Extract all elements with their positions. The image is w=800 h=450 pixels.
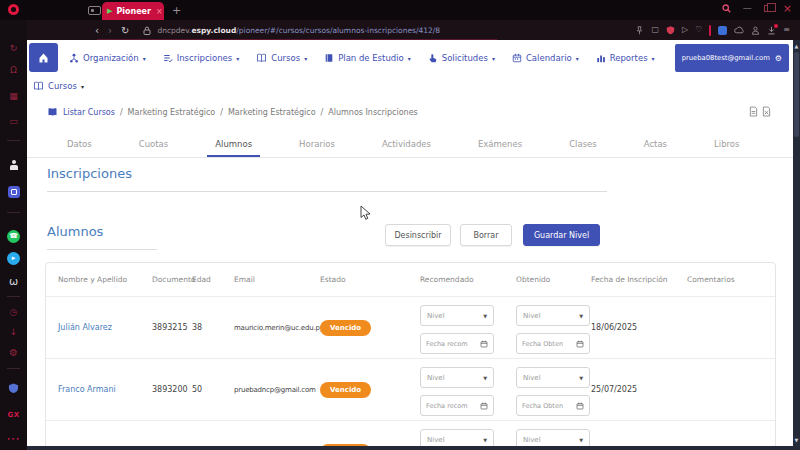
- chevron-down-icon: ▼: [579, 437, 583, 443]
- page-scrollbar[interactable]: ▲ ▼: [793, 40, 800, 446]
- nav-item-organizacion[interactable]: Organización▾: [69, 53, 146, 63]
- tab-actas[interactable]: Actas: [642, 131, 669, 157]
- fecha-recomendado-input[interactable]: Fecha recom: [420, 333, 494, 354]
- sidebar-downloads-icon[interactable]: ↓: [0, 328, 27, 337]
- nivel-recomendado-select[interactable]: Nivel▼: [420, 429, 494, 446]
- profile-icon[interactable]: [751, 26, 760, 35]
- screens-icon[interactable]: ▭: [0, 117, 27, 126]
- nivel-recomendado-select[interactable]: Nivel▼: [420, 367, 494, 388]
- guardar-nivel-button[interactable]: Guardar Nivel: [523, 224, 600, 246]
- tab-alumnos[interactable]: Alumnos: [213, 131, 254, 157]
- fecha-recomendado-input[interactable]: Fecha recom: [420, 395, 494, 416]
- new-tab-button[interactable]: +: [172, 4, 181, 17]
- section-divider: [47, 249, 157, 250]
- desinscribir-button[interactable]: Desinscribir: [385, 224, 451, 246]
- organization-icon: [69, 53, 79, 63]
- scroll-up-icon[interactable]: ▲: [793, 43, 800, 49]
- calendar-icon[interactable]: [480, 340, 488, 348]
- back-button[interactable]: ‹: [95, 25, 99, 36]
- browser-tab[interactable]: ▶ Pioneer ×: [102, 2, 164, 20]
- nav-item-inscripciones[interactable]: Inscripciones▾: [163, 53, 240, 63]
- home-button[interactable]: [29, 43, 58, 72]
- calendar-icon[interactable]: [480, 402, 488, 410]
- nav-item-plan-de-estudio[interactable]: Plan de Estudio▾: [324, 53, 411, 63]
- export-pdf-icon[interactable]: [749, 106, 758, 117]
- user-account-button[interactable]: prueba08test@gmail.com ⚙: [675, 44, 789, 72]
- history-clock-icon[interactable]: ◷: [0, 308, 27, 317]
- scroll-down-icon[interactable]: ▼: [793, 437, 800, 443]
- nivel-obtenido-select[interactable]: Nivel▼: [516, 367, 590, 388]
- bookmark-heart-icon[interactable]: ♡: [695, 26, 702, 34]
- estado-cell: Vencido: [320, 382, 420, 398]
- student-name-link[interactable]: Julián Alvarez: [58, 323, 152, 332]
- minimize-button[interactable]: —: [743, 3, 752, 13]
- close-button[interactable]: ×: [783, 4, 792, 13]
- user-settings-gear-icon[interactable]: ⚙: [775, 54, 782, 63]
- nivel-obtenido-select[interactable]: Nivel▼: [516, 429, 590, 446]
- calendar-icon[interactable]: [576, 340, 584, 348]
- chevron-down-icon: ▾: [652, 55, 655, 62]
- tab-close-icon[interactable]: ×: [156, 7, 163, 16]
- fecha-obtenido-input[interactable]: Fecha Obten: [516, 333, 590, 354]
- pin-icon[interactable]: [635, 26, 644, 35]
- nivel-recomendado-select[interactable]: Nivel▼: [420, 305, 494, 326]
- export-sheet-icon[interactable]: [762, 106, 771, 117]
- nav-item-solicitudes[interactable]: Solicitudes▾: [428, 53, 495, 63]
- gx-refresh-icon[interactable]: ↻: [0, 44, 27, 53]
- app-navbar: Organización▾ Inscripciones▾ Cursos▾ Pla…: [27, 40, 793, 76]
- tab-libros[interactable]: Libros: [712, 131, 741, 157]
- notifications-bell-icon[interactable]: Ω: [0, 66, 27, 75]
- telegram-icon[interactable]: ▸: [0, 252, 27, 265]
- workspace-app-icon[interactable]: [0, 186, 27, 198]
- settings-gear-icon[interactable]: ⚙: [0, 348, 27, 358]
- browser-search-icon[interactable]: [722, 4, 731, 13]
- tab-datos[interactable]: Datos: [65, 131, 94, 157]
- calendar-icon[interactable]: [576, 402, 584, 410]
- fecha-obtenido-input[interactable]: Fecha Obten: [516, 395, 590, 416]
- workspace-toggle-icon[interactable]: [88, 6, 101, 15]
- nav-item-calendario[interactable]: Calendario▾: [512, 53, 579, 63]
- subnav-cursos[interactable]: Cursos ▾: [33, 81, 84, 91]
- email-value: mauricio.merin@uc.edu.py: [234, 324, 320, 332]
- breadcrumb-link-listar-cursos[interactable]: Listar Cursos: [63, 108, 115, 117]
- opera-logo-icon[interactable]: [8, 4, 19, 15]
- shield-icon[interactable]: [666, 25, 675, 35]
- scrollbar-thumb[interactable]: [794, 52, 799, 137]
- whatsapp-icon[interactable]: ☎: [0, 230, 27, 243]
- tab-favicon-play-icon: ▶: [107, 7, 112, 15]
- discord-icon[interactable]: ω: [0, 276, 27, 287]
- section-divider: [47, 191, 607, 192]
- nivel-obtenido-select[interactable]: Nivel▼: [516, 305, 590, 326]
- status-badge: Vencido: [320, 382, 371, 398]
- col-header: Comentarios: [687, 275, 763, 284]
- pinned-site-icon[interactable]: [0, 160, 27, 170]
- nav-item-reportes[interactable]: Reportes▾: [596, 53, 655, 63]
- tab-cuotas[interactable]: Cuotas: [137, 131, 171, 157]
- restore-button[interactable]: [764, 5, 771, 12]
- reload-button[interactable]: ↻: [121, 25, 129, 36]
- apps-grid-icon[interactable]: ▦: [0, 92, 27, 101]
- browser-menu-icon[interactable]: ≡: [783, 26, 790, 34]
- extension-icon[interactable]: [718, 26, 727, 35]
- downloads-icon[interactable]: [767, 26, 776, 35]
- nav-item-cursos[interactable]: Cursos▾: [256, 53, 307, 63]
- mouse-cursor: [360, 205, 372, 221]
- tab-clases[interactable]: Clases: [567, 131, 599, 157]
- gx-corner-logo[interactable]: GX: [0, 412, 27, 419]
- student-name-link[interactable]: Franco Armani: [58, 385, 152, 394]
- sidebar-divider: [7, 296, 20, 297]
- url-field[interactable]: dncpdev.espy.cloud/pioneer/#/cursos/curs…: [143, 26, 635, 35]
- tab-horarios[interactable]: Horarios: [297, 131, 337, 157]
- forward-button[interactable]: ›: [108, 25, 112, 36]
- section-title-alumnos: Alumnos: [47, 224, 103, 239]
- extension-shield-icon[interactable]: [0, 382, 27, 394]
- browser-tab-bar: ▶ Pioneer × + — ×: [0, 0, 800, 20]
- vpn-cloud-icon[interactable]: [734, 26, 744, 34]
- sidebar-more-icon[interactable]: •••: [0, 436, 27, 442]
- book-icon: [47, 107, 58, 117]
- borrar-button[interactable]: Borrar: [460, 224, 512, 246]
- player-icon[interactable]: ▷: [682, 26, 688, 34]
- tab-actividades[interactable]: Actividades: [380, 131, 433, 157]
- tab-examenes[interactable]: Exámenes: [476, 131, 524, 157]
- snapshot-icon[interactable]: ▢: [651, 26, 659, 34]
